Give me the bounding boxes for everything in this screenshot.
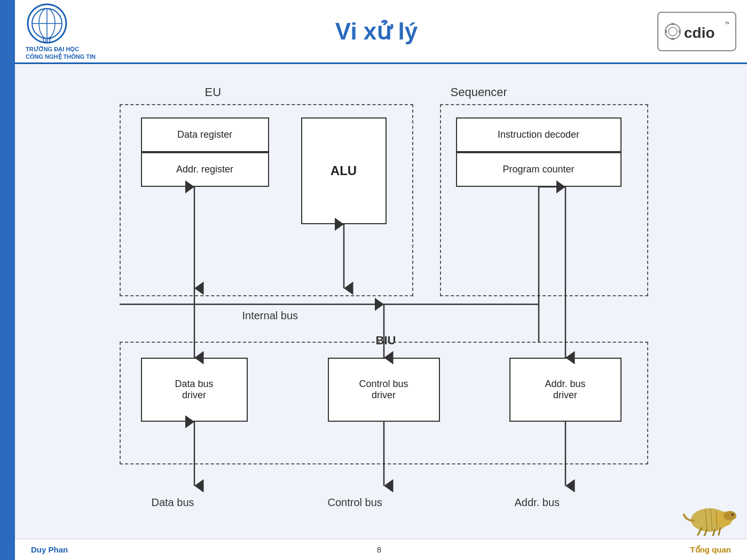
data-register-box: Data register [141, 117, 269, 152]
footer-nav[interactable]: Tổng quan [690, 545, 732, 555]
instruction-decoder-box: Instruction decoder [456, 117, 622, 152]
control-bus-label: Control bus [328, 496, 382, 509]
svg-rect-10 [665, 30, 667, 33]
svg-rect-11 [679, 30, 681, 33]
data-bus-label: Data bus [152, 496, 194, 509]
addr-bus-driver-box: Addr. bus driver [509, 358, 622, 422]
svg-rect-8 [671, 23, 674, 25]
svg-text:UIT: UIT [43, 38, 51, 44]
svg-point-38 [732, 514, 734, 516]
addr-register-box: Addr. register [141, 152, 269, 187]
program-counter-box: Program counter [456, 152, 622, 187]
header-left: UIT TRƯỜNG ĐẠI HỌC CÔNG NGHỆ THÔNG TIN [26, 2, 96, 60]
cdio-svg: cdio ™ [665, 15, 729, 48]
footer: Duy Phan 8 Tổng quan [15, 539, 747, 560]
sequencer-label: Sequencer [451, 85, 507, 99]
cdio-logo: cdio ™ [657, 12, 736, 51]
svg-text:™: ™ [725, 20, 729, 28]
eu-label: EU [205, 85, 222, 99]
svg-point-7 [669, 27, 677, 36]
alu-box: ALU [301, 117, 387, 224]
addr-bus-label: Addr. bus [515, 496, 560, 509]
svg-point-6 [665, 24, 680, 39]
uit-text: TRƯỜNG ĐẠI HỌC CÔNG NGHỆ THÔNG TIN [26, 46, 96, 60]
page-title: Vi xử lý [96, 18, 657, 45]
dino-image [683, 493, 736, 536]
main-content: EU Sequencer Data register Addr. registe… [15, 64, 747, 539]
header: UIT TRƯỜNG ĐẠI HỌC CÔNG NGHỆ THÔNG TIN V… [15, 0, 747, 64]
footer-page: 8 [377, 545, 381, 554]
svg-rect-9 [671, 38, 674, 40]
footer-author: Duy Phan [31, 545, 68, 554]
uit-logo: UIT [26, 2, 68, 45]
diagram: EU Sequencer Data register Addr. registe… [88, 80, 675, 518]
control-bus-driver-box: Control bus driver [328, 358, 440, 422]
svg-text:cdio: cdio [684, 25, 715, 41]
svg-point-37 [724, 511, 736, 520]
left-sidebar [0, 0, 15, 560]
data-bus-driver-box: Data bus driver [141, 358, 248, 422]
internal-bus-label: Internal bus [242, 310, 298, 322]
